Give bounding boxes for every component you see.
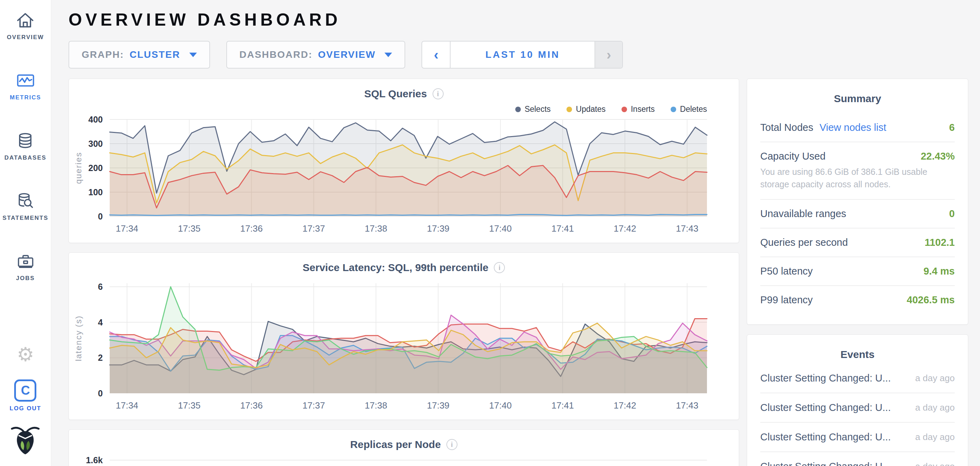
view-nodes-list-link[interactable]: View nodes list bbox=[819, 122, 886, 133]
settings-button[interactable]: ⚙ bbox=[17, 345, 34, 364]
svg-text:17:43: 17:43 bbox=[676, 223, 698, 234]
event-row: Cluster Setting Changed: U... a day ago bbox=[760, 364, 955, 393]
sidebar-item-label: STATEMENTS bbox=[2, 215, 48, 222]
event-row: Cluster Setting Changed: U... a day ago bbox=[760, 452, 955, 466]
svg-text:4: 4 bbox=[98, 318, 103, 327]
summary-row-unavailable-ranges: Unavailable ranges 0 bbox=[760, 199, 955, 228]
service-latency-card: Service Latency: SQL, 99th percentile i … bbox=[68, 252, 739, 420]
info-icon[interactable]: i bbox=[446, 439, 457, 450]
dashboard-dropdown-label: DASHBOARD: bbox=[239, 49, 312, 60]
event-link[interactable]: Cluster Setting Changed: U... bbox=[760, 372, 891, 384]
event-link[interactable]: Cluster Setting Changed: U... bbox=[760, 461, 891, 466]
event-link[interactable]: Cluster Setting Changed: U... bbox=[760, 431, 891, 443]
svg-text:400: 400 bbox=[88, 115, 103, 124]
chart-legend: Selects Updates Inserts Deletes bbox=[69, 105, 707, 114]
legend-item: Selects bbox=[515, 105, 550, 114]
gear-icon: ⚙ bbox=[17, 343, 34, 365]
logout-label: LOG OUT bbox=[10, 405, 41, 412]
charts-column: SQL Queries i Selects Updates Inserts bbox=[68, 78, 739, 466]
events-title: Events bbox=[760, 349, 955, 361]
svg-text:300: 300 bbox=[88, 139, 103, 148]
sidebar-item-databases[interactable]: DATABASES bbox=[5, 131, 46, 161]
database-icon bbox=[16, 131, 35, 150]
svg-text:17:42: 17:42 bbox=[614, 223, 636, 234]
info-icon[interactable]: i bbox=[494, 262, 505, 273]
time-range-next-button[interactable]: › bbox=[595, 41, 622, 68]
chevron-down-icon bbox=[189, 53, 197, 57]
svg-text:100: 100 bbox=[88, 187, 103, 197]
time-range-prev-button[interactable]: ‹ bbox=[422, 41, 450, 68]
svg-text:17:39: 17:39 bbox=[427, 400, 450, 411]
chart-title: SQL Queries bbox=[364, 88, 427, 100]
svg-text:latency (s): latency (s) bbox=[74, 315, 83, 361]
summary-row-total-nodes: Total Nodes View nodes list 6 bbox=[760, 113, 955, 142]
graph-dropdown-label: GRAPH: bbox=[82, 49, 124, 60]
svg-text:17:34: 17:34 bbox=[116, 400, 138, 411]
legend-item: Updates bbox=[566, 105, 606, 114]
summary-row-qps: Queries per second 1102.1 bbox=[760, 228, 955, 257]
time-range-value[interactable]: LAST 10 MIN bbox=[450, 41, 595, 68]
svg-text:17:36: 17:36 bbox=[240, 400, 262, 411]
svg-text:17:40: 17:40 bbox=[489, 223, 512, 234]
sidebar-item-overview[interactable]: OVERVIEW bbox=[7, 10, 44, 41]
time-range-selector: ‹ LAST 10 MIN › bbox=[422, 41, 623, 69]
sidebar: OVERVIEW METRICS DATABASES bbox=[0, 0, 51, 466]
chart-title: Service Latency: SQL, 99th percentile bbox=[303, 262, 488, 273]
svg-text:17:35: 17:35 bbox=[178, 400, 200, 411]
summary-row-capacity: Capacity Used 22.43% You are using 86.6 … bbox=[760, 142, 955, 199]
app-root: OVERVIEW METRICS DATABASES bbox=[0, 0, 980, 466]
svg-text:17:38: 17:38 bbox=[365, 400, 387, 411]
summary-panel: Summary Total Nodes View nodes list 6 Ca… bbox=[747, 78, 968, 325]
graph-dropdown-value: CLUSTER bbox=[129, 49, 180, 60]
total-nodes-value: 6 bbox=[949, 122, 955, 133]
p50-latency-value: 9.4 ms bbox=[924, 265, 955, 277]
capacity-used-description: You are using 86.6 GiB of 386.1 GiB usab… bbox=[760, 166, 955, 191]
statements-icon bbox=[16, 191, 35, 211]
sql-queries-chart[interactable]: 17:3417:3517:3617:3717:3817:3917:4017:41… bbox=[69, 115, 739, 236]
logout-button[interactable]: C LOG OUT bbox=[10, 380, 41, 412]
svg-text:17:34: 17:34 bbox=[116, 223, 138, 234]
svg-text:17:41: 17:41 bbox=[551, 223, 574, 234]
svg-text:17:38: 17:38 bbox=[365, 223, 387, 234]
sidebar-item-statements[interactable]: STATEMENTS bbox=[2, 191, 48, 222]
sidebar-bottom: ⚙ C LOG OUT bbox=[10, 345, 41, 457]
legend-dot-icon bbox=[566, 107, 572, 112]
info-icon[interactable]: i bbox=[433, 88, 444, 99]
chevron-down-icon bbox=[385, 53, 392, 57]
svg-text:1.6k: 1.6k bbox=[86, 455, 103, 465]
svg-text:0: 0 bbox=[98, 212, 103, 221]
main-area: OVERVIEW DASHBOARD GRAPH: CLUSTER DASHBO… bbox=[51, 0, 980, 466]
replicas-per-node-chart[interactable]: 1.6k bbox=[69, 455, 739, 466]
svg-text:17:35: 17:35 bbox=[178, 223, 200, 234]
event-time: a day ago bbox=[915, 432, 955, 442]
event-time: a day ago bbox=[915, 461, 955, 466]
right-column: Summary Total Nodes View nodes list 6 Ca… bbox=[747, 78, 968, 466]
svg-text:17:42: 17:42 bbox=[614, 400, 636, 411]
svg-text:17:40: 17:40 bbox=[489, 400, 512, 411]
dashboard-dropdown[interactable]: DASHBOARD: OVERVIEW bbox=[226, 41, 406, 69]
sidebar-item-jobs[interactable]: JOBS bbox=[16, 251, 35, 282]
event-link[interactable]: Cluster Setting Changed: U... bbox=[760, 402, 891, 413]
svg-text:17:37: 17:37 bbox=[302, 223, 325, 234]
sidebar-item-metrics[interactable]: METRICS bbox=[10, 71, 41, 101]
service-latency-chart[interactable]: 17:3417:3517:3617:3717:3817:3917:4017:41… bbox=[69, 278, 739, 413]
svg-text:200: 200 bbox=[88, 163, 103, 173]
controls-bar: GRAPH: CLUSTER DASHBOARD: OVERVIEW ‹ LAS… bbox=[68, 41, 980, 69]
p99-latency-value: 4026.5 ms bbox=[907, 294, 955, 306]
svg-text:queries: queries bbox=[74, 152, 83, 184]
sidebar-item-label: OVERVIEW bbox=[7, 34, 44, 41]
sidebar-item-label: DATABASES bbox=[5, 155, 46, 161]
legend-dot-icon bbox=[671, 107, 676, 112]
chevron-left-icon: ‹ bbox=[434, 47, 438, 63]
sidebar-item-label: METRICS bbox=[10, 94, 41, 101]
capacity-used-value: 22.43% bbox=[921, 151, 955, 162]
svg-text:17:36: 17:36 bbox=[240, 223, 262, 234]
event-row: Cluster Setting Changed: U... a day ago bbox=[760, 423, 955, 452]
legend-dot-icon bbox=[622, 107, 627, 112]
logout-c-icon: C bbox=[14, 380, 37, 402]
legend-item: Inserts bbox=[622, 105, 655, 114]
chevron-right-icon: › bbox=[607, 47, 611, 63]
briefcase-icon bbox=[16, 251, 35, 271]
event-time: a day ago bbox=[915, 373, 955, 384]
graph-dropdown[interactable]: GRAPH: CLUSTER bbox=[68, 41, 210, 69]
